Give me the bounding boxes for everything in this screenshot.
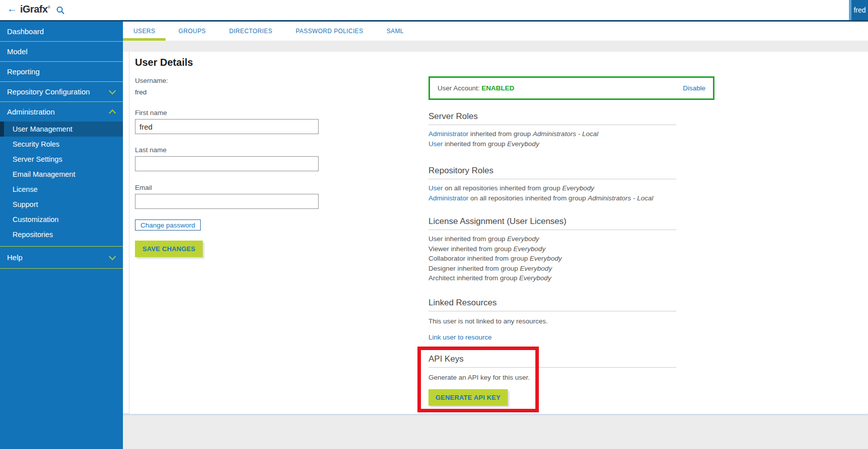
license-assignment-section: License Assignment (User Licenses) User … <box>428 216 676 283</box>
role-link[interactable]: User <box>428 184 443 192</box>
sidebar-item-label: Repositories <box>13 231 53 239</box>
license-line: Viewer inherited from group Everybody <box>428 244 676 254</box>
text-segment: on all repositories inherited from group <box>469 194 588 202</box>
sidebar-item-label: Support <box>13 200 38 208</box>
sidebar-item-repository-configuration[interactable]: Repository Configuration <box>0 82 123 102</box>
email-field[interactable] <box>135 194 319 209</box>
sidebar-item-user-management[interactable]: User Management <box>0 122 123 137</box>
sidebar-item-label: Model <box>7 47 28 56</box>
tab-saml[interactable]: SAML <box>376 22 414 41</box>
license-line: Collaborator inherited from group Everyb… <box>428 254 676 264</box>
text-segment: Administrators - Local <box>533 130 599 138</box>
sidebar-item-label: License <box>13 185 38 193</box>
sidebar-item-label: Server Settings <box>13 155 62 163</box>
igrafx-admin-screen: ← iGrafx® fred Dashboard Model Reporting… <box>0 0 868 449</box>
last-name-field[interactable] <box>135 156 319 171</box>
username-value: fred <box>135 88 336 96</box>
generate-api-key-button[interactable]: GENERATE API KEY <box>428 389 508 406</box>
page-footer-area <box>123 413 868 449</box>
sidebar-item-server-settings[interactable]: Server Settings <box>0 152 123 167</box>
section-title: Server Roles <box>428 111 676 125</box>
save-changes-button[interactable]: SAVE CHANGES <box>135 241 203 257</box>
chevron-down-icon <box>109 87 116 94</box>
text-segment: Everybody <box>520 265 552 272</box>
role-line: Administrator inherited from group Admin… <box>428 129 676 139</box>
section-title: Repository Roles <box>428 166 676 179</box>
text-segment: Everybody <box>513 245 545 253</box>
username-label: Username: <box>135 77 336 84</box>
tab-bar: USERS GROUPS DIRECTORIES PASSWORD POLICI… <box>123 22 868 41</box>
text-segment: on all repositories inherited from group <box>443 184 562 192</box>
change-password-button[interactable]: Change password <box>135 219 201 231</box>
role-line: Administrator on all repositories inheri… <box>428 193 676 203</box>
text-segment: Everybody <box>507 235 539 243</box>
sidebar-item-label: Email Management <box>13 170 75 178</box>
role-link[interactable]: User <box>428 140 443 148</box>
text-segment: Everybody <box>562 184 594 192</box>
search-icon[interactable] <box>56 6 65 15</box>
chevron-down-icon <box>109 253 116 260</box>
sidebar-item-label: Administration <box>7 107 55 116</box>
api-keys-description: Generate an API key for this user. <box>428 373 676 382</box>
text-segment: Viewer inherited from group <box>428 245 513 253</box>
sidebar-item-reporting[interactable]: Reporting <box>0 62 123 82</box>
account-status-text: User Account: ENABLED <box>438 84 514 92</box>
linked-resources-section: Linked Resources This user is not linked… <box>428 298 676 342</box>
section-title: License Assignment (User Licenses) <box>428 216 676 230</box>
role-line: User inherited from group Everybody <box>428 139 676 149</box>
account-status-box: User Account: ENABLED Disable <box>428 76 714 100</box>
text-segment: Designer inherited from group <box>428 265 520 272</box>
user-form: User Details Username: fred First name L… <box>135 57 336 257</box>
repository-roles-section: Repository Roles User on all repositorie… <box>428 166 676 203</box>
top-bar: ← iGrafx® fred <box>0 0 868 22</box>
license-line: Architect inherited from group Everybody <box>428 273 676 283</box>
chevron-up-icon <box>109 109 116 116</box>
text-segment: Administrators - Local <box>588 194 653 202</box>
api-keys-section: API Keys Generate an API key for this us… <box>428 354 676 406</box>
sidebar-item-help[interactable]: Help <box>0 246 123 269</box>
sidebar-item-dashboard[interactable]: Dashboard <box>0 22 123 42</box>
tab-users[interactable]: USERS <box>123 22 166 41</box>
text-segment: inherited from group <box>443 140 507 148</box>
first-name-label: First name <box>135 109 336 117</box>
registered-mark: ® <box>48 5 50 10</box>
tab-password-policies[interactable]: PASSWORD POLICIES <box>285 22 374 41</box>
sidebar-item-customization[interactable]: Customization <box>0 212 123 227</box>
role-link[interactable]: Administrator <box>428 130 469 138</box>
user-roles-column: User Account: ENABLED Disable Server Rol… <box>428 52 730 414</box>
page-title: User Details <box>135 57 336 68</box>
tab-directories[interactable]: DIRECTORIES <box>219 22 283 41</box>
last-name-label: Last name <box>135 146 336 154</box>
back-arrow-icon[interactable]: ← <box>7 3 17 15</box>
sidebar-item-license[interactable]: License <box>0 182 123 197</box>
sidebar-item-administration[interactable]: Administration <box>0 102 123 122</box>
server-roles-section: Server Roles Administrator inherited fro… <box>428 111 676 149</box>
sidebar-item-model[interactable]: Model <box>0 42 123 62</box>
sidebar-nav: Dashboard Model Reporting Repository Con… <box>0 22 123 449</box>
section-title: Linked Resources <box>428 298 676 311</box>
license-line: Designer inherited from group Everybody <box>428 264 676 274</box>
sidebar-item-label: Help <box>7 253 23 262</box>
section-title: API Keys <box>428 354 676 368</box>
text-segment: Collaborator inherited from group <box>428 255 530 262</box>
sidebar-item-support[interactable]: Support <box>0 197 123 212</box>
text-segment: Everybody <box>530 255 562 262</box>
sidebar-item-email-management[interactable]: Email Management <box>0 167 123 182</box>
current-user-badge[interactable]: fred <box>851 0 868 20</box>
email-label: Email <box>135 184 336 191</box>
sidebar-item-repositories[interactable]: Repositories <box>0 227 123 242</box>
sidebar-item-security-roles[interactable]: Security Roles <box>0 137 123 152</box>
tab-groups[interactable]: GROUPS <box>168 22 216 41</box>
link-user-to-resource-link[interactable]: Link user to resource <box>428 332 676 342</box>
role-link[interactable]: Administrator <box>428 194 469 202</box>
igrafx-logo: iGrafx® <box>20 4 50 15</box>
text-segment: User inherited from group <box>428 235 507 243</box>
first-name-field[interactable] <box>135 119 319 134</box>
text-segment: Architect inherited from group <box>428 274 519 282</box>
text-segment: Everybody <box>519 274 551 282</box>
sidebar-item-label: Reporting <box>7 67 40 76</box>
disable-account-link[interactable]: Disable <box>683 84 705 92</box>
sidebar-item-label: Dashboard <box>7 27 44 36</box>
sidebar-item-label: User Management <box>13 125 72 133</box>
linked-resources-empty-text: This user is not linked to any resources… <box>428 316 676 326</box>
